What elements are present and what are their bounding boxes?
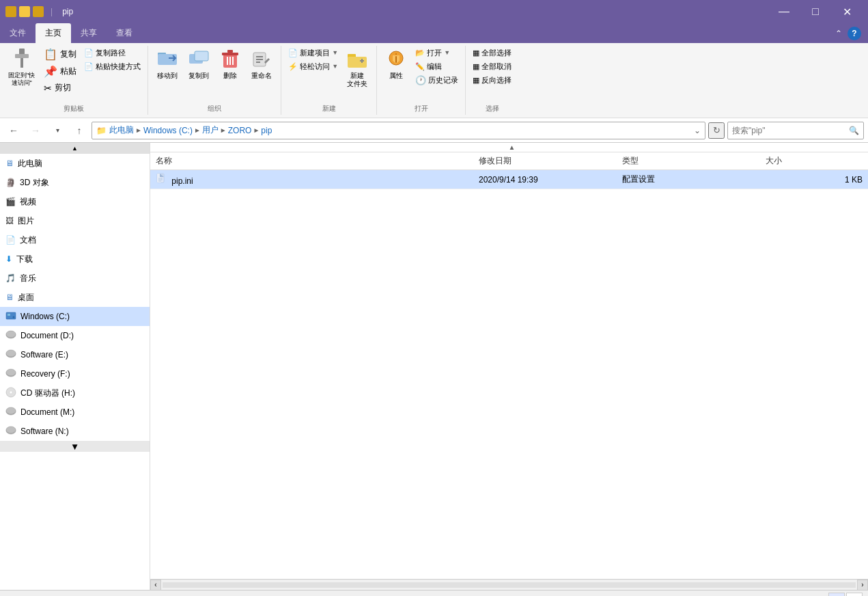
maximize-button[interactable]: □ bbox=[800, 0, 831, 23]
video-icon: 🎬 bbox=[5, 197, 16, 206]
nav-bar: ← → ▾ ↑ 📁 此电脑 ► Windows (C:) ► 用户 ► ZORO… bbox=[0, 118, 868, 143]
paste-shortcut-button[interactable]: 📄 粘贴快捷方式 bbox=[81, 59, 143, 73]
breadcrumb-pip[interactable]: pip bbox=[261, 126, 272, 135]
close-button[interactable]: ✕ bbox=[831, 0, 863, 23]
sidebar-item-desktop[interactable]: 🖥 桌面 bbox=[0, 288, 150, 307]
invert-selection-button[interactable]: ▦ 反向选择 bbox=[470, 73, 514, 87]
new-item-arrow: ▼ bbox=[332, 49, 338, 56]
edit-button[interactable]: ✏️ 编辑 bbox=[412, 59, 461, 73]
new-folder-icon bbox=[346, 49, 368, 70]
open-button[interactable]: 📂 打开 ▼ bbox=[412, 46, 461, 59]
properties-label: 属性 bbox=[389, 72, 403, 80]
sidebar-item-document-m[interactable]: Document (M:) bbox=[0, 403, 150, 422]
help-button[interactable]: ? bbox=[848, 27, 861, 40]
file-area-wrapper: ▲ 名称 修改日期 类型 大小 bbox=[150, 143, 868, 590]
sidebar-item-documents[interactable]: 📄 文档 bbox=[0, 230, 150, 249]
h-scroll-right[interactable]: › bbox=[857, 580, 868, 591]
sidebar-item-music[interactable]: 🎵 音乐 bbox=[0, 269, 150, 288]
sidebar-item-computer[interactable]: 🖥 此电脑 bbox=[0, 154, 150, 173]
move-to-button[interactable]: 移动到 bbox=[152, 46, 182, 83]
breadcrumb-sep-4: ► bbox=[253, 126, 260, 134]
sidebar-scroll-up[interactable]: ▲ bbox=[0, 143, 150, 154]
col-header-date[interactable]: 修改日期 bbox=[473, 152, 617, 170]
select-none-button[interactable]: ▦ 全部取消 bbox=[470, 59, 514, 73]
new-folder-label: 新建文件夹 bbox=[347, 72, 367, 88]
move-to-label: 移动到 bbox=[157, 72, 178, 80]
tab-file[interactable]: 文件 bbox=[0, 23, 36, 43]
h-scroll-track[interactable] bbox=[163, 582, 856, 588]
history-button[interactable]: 🕐 历史记录 bbox=[412, 73, 461, 87]
sidebar-item-cd-h[interactable]: CD 驱动器 (H:) bbox=[0, 383, 150, 403]
forward-button[interactable]: → bbox=[26, 121, 45, 140]
breadcrumb-users[interactable]: 用户 bbox=[202, 124, 219, 136]
file-table-header: 名称 修改日期 类型 大小 bbox=[150, 152, 868, 170]
copy-button[interactable]: 📋 复制 bbox=[40, 46, 80, 63]
address-bar[interactable]: 📁 此电脑 ► Windows (C:) ► 用户 ► ZORO ► pip ⌄ bbox=[92, 122, 705, 139]
tab-home[interactable]: 主页 bbox=[36, 23, 71, 43]
col-header-size[interactable]: 大小 bbox=[760, 152, 868, 170]
sidebar-scroll-down[interactable]: ▼ bbox=[0, 441, 150, 452]
recent-locations-button[interactable]: ▾ bbox=[48, 121, 67, 140]
details-view-button[interactable] bbox=[846, 593, 863, 597]
table-row[interactable]: pip.ini 2020/9/14 19:39 配置设置 1 KB bbox=[150, 170, 868, 189]
breadcrumb-computer[interactable]: 此电脑 bbox=[109, 124, 134, 136]
new-folder-button[interactable]: 新建文件夹 bbox=[342, 46, 372, 91]
ribbon-group-open: 属性 📂 打开 ▼ ✏️ 编辑 🕐 历史记录 打开 bbox=[377, 46, 466, 115]
tab-view[interactable]: 查看 bbox=[107, 23, 142, 43]
help-button-area: ⌃ ? bbox=[828, 23, 868, 43]
back-button[interactable]: ← bbox=[4, 121, 23, 140]
pictures-icon: 🖼 bbox=[5, 216, 14, 226]
sidebar-item-windows-c[interactable]: Windows (C:) bbox=[0, 307, 150, 326]
svg-point-36 bbox=[6, 407, 16, 414]
breadcrumb-zoro[interactable]: ZORO bbox=[228, 126, 252, 135]
sidebar-item-pictures[interactable]: 🖼 图片 bbox=[0, 211, 150, 230]
minimize-button[interactable]: — bbox=[768, 0, 800, 23]
col-header-type[interactable]: 类型 bbox=[617, 152, 760, 170]
list-view-button[interactable] bbox=[828, 593, 845, 597]
cut-button[interactable]: ✂ 剪切 bbox=[40, 80, 80, 96]
rename-button[interactable]: 重命名 bbox=[247, 46, 277, 83]
ribbon-group-organize: 移动到 复制到 bbox=[148, 46, 281, 115]
h-scrollbar: ‹ › bbox=[150, 579, 868, 590]
status-right: https://img.com bbox=[772, 593, 863, 597]
title-icon-2 bbox=[19, 6, 30, 17]
select-all-button[interactable]: ▦ 全部选择 bbox=[470, 46, 514, 59]
svg-rect-18 bbox=[348, 57, 367, 68]
svg-point-38 bbox=[6, 426, 16, 433]
paste-button[interactable]: 📌 粘贴 bbox=[40, 63, 80, 80]
sidebar-item-software-n[interactable]: Software (N:) bbox=[0, 422, 150, 441]
title-controls: — □ ✕ bbox=[768, 0, 863, 23]
up-button[interactable]: ↑ bbox=[70, 121, 89, 140]
sidebar-item-document-d[interactable]: Document (D:) bbox=[0, 326, 150, 345]
address-dropdown-arrow[interactable]: ⌄ bbox=[694, 126, 701, 135]
desktop-icon: 🖥 bbox=[5, 293, 14, 302]
col-header-name[interactable]: 名称 bbox=[150, 152, 473, 170]
ribbon-expand-icon[interactable]: ⌃ bbox=[835, 29, 842, 38]
easy-access-button[interactable]: ⚡ 轻松访问 ▼ bbox=[285, 59, 341, 73]
refresh-button[interactable]: ↻ bbox=[708, 122, 725, 139]
file-area: 名称 修改日期 类型 大小 pip.ini 202 bbox=[150, 152, 868, 579]
sort-toggle[interactable]: ▲ bbox=[509, 144, 516, 151]
sidebar-item-video[interactable]: 🎬 视频 bbox=[0, 192, 150, 211]
delete-button[interactable]: 删除 bbox=[215, 46, 245, 83]
tab-share[interactable]: 共享 bbox=[71, 23, 107, 43]
h-scroll-left[interactable]: ‹ bbox=[150, 580, 161, 591]
copy-path-button[interactable]: 📄 复制路径 bbox=[81, 46, 143, 59]
sidebar-item-downloads[interactable]: ⬇ 下载 bbox=[0, 249, 150, 269]
properties-button[interactable]: 属性 bbox=[381, 46, 411, 83]
new-item-button[interactable]: 📄 新建项目 ▼ bbox=[285, 46, 341, 59]
drive-e-icon bbox=[5, 349, 16, 362]
sidebar-item-3d[interactable]: 🗿 3D 对象 bbox=[0, 173, 150, 192]
pin-to-quickaccess-button[interactable]: 固定到"快速访问" bbox=[4, 46, 39, 90]
breadcrumb-c-drive[interactable]: Windows (C:) bbox=[143, 126, 193, 135]
status-bar: 1 个项目 https://img.com bbox=[0, 590, 868, 596]
copy-to-button[interactable]: 复制到 bbox=[184, 46, 214, 83]
search-input[interactable] bbox=[732, 126, 849, 135]
new-col: 📄 新建项目 ▼ ⚡ 轻松访问 ▼ bbox=[285, 46, 341, 83]
organize-label: 组织 bbox=[148, 104, 281, 113]
sidebar-item-software-e[interactable]: Software (E:) bbox=[0, 345, 150, 364]
move-to-icon bbox=[156, 49, 178, 70]
sidebar-item-recovery-f[interactable]: Recovery (F:) bbox=[0, 364, 150, 383]
view-buttons bbox=[828, 593, 863, 597]
open-col: 📂 打开 ▼ ✏️ 编辑 🕐 历史记录 bbox=[412, 46, 461, 96]
